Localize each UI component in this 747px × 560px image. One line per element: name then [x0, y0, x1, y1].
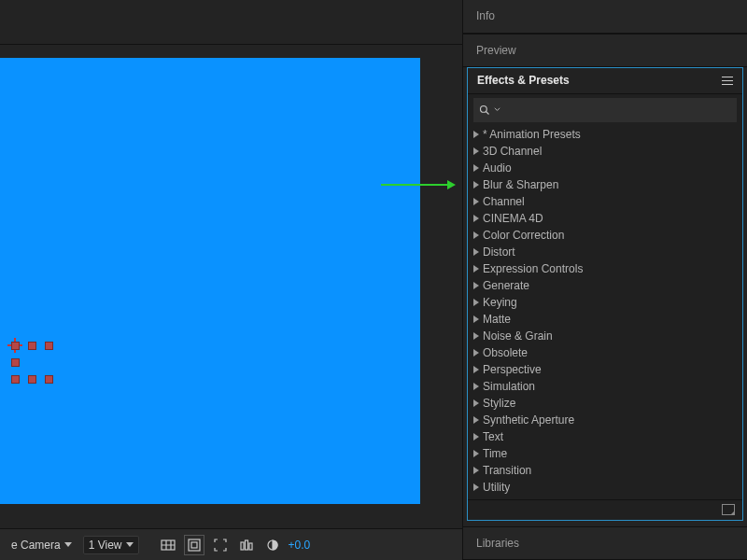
toggle-transparency-grid-icon[interactable] [158, 535, 178, 555]
exposure-value[interactable]: +0.0 [289, 539, 311, 552]
disclosure-triangle-icon [473, 282, 479, 289]
disclosure-triangle-icon [473, 215, 479, 222]
resize-handle-tr[interactable] [45, 342, 53, 350]
disclosure-triangle-icon [473, 450, 479, 457]
effects-category-item[interactable]: * Animation Presets [473, 126, 737, 143]
effects-category-item[interactable]: Obsolete [473, 344, 737, 361]
resize-handle-br[interactable] [45, 375, 53, 384]
effects-category-label: Matte [483, 313, 511, 326]
effects-category-label: Time [483, 447, 507, 460]
effects-category-label: Noise & Grain [483, 329, 553, 343]
resize-handle-bm[interactable] [28, 375, 36, 384]
effects-category-label: Blur & Sharpen [483, 178, 558, 191]
effects-category-item[interactable]: Synthetic Aperture [473, 412, 737, 428]
chevron-down-icon [64, 542, 72, 547]
disclosure-triangle-icon [473, 164, 479, 172]
effects-panel-footer [468, 499, 742, 520]
svg-rect-1 [189, 539, 200, 551]
effects-category-label: Audio [483, 161, 512, 175]
effects-category-label: Distort [483, 245, 515, 259]
composition-viewer[interactable] [0, 45, 462, 528]
panel-tab-label: Libraries [476, 537, 519, 550]
effects-category-label: 3D Channel [483, 145, 542, 158]
panel-tab-label: Preview [476, 44, 516, 57]
annotation-arrow [381, 179, 456, 190]
effects-search-input[interactable] [473, 98, 737, 122]
svg-rect-4 [245, 540, 247, 550]
disclosure-triangle-icon [473, 315, 479, 323]
effects-category-item[interactable]: Audio [473, 160, 737, 176]
disclosure-triangle-icon [473, 433, 479, 441]
effects-category-item[interactable]: Perspective [473, 361, 737, 378]
comp-canvas[interactable] [0, 58, 420, 504]
new-preset-icon[interactable] [722, 504, 735, 515]
effects-category-item[interactable]: CINEMA 4D [473, 210, 737, 227]
viewer-header-empty [0, 0, 462, 45]
effects-category-item[interactable]: Expression Controls [473, 260, 737, 277]
effects-category-label: CINEMA 4D [483, 212, 543, 225]
resize-handle-bl[interactable] [11, 375, 20, 384]
disclosure-triangle-icon [473, 383, 479, 390]
effects-category-item[interactable]: 3D Channel [473, 143, 737, 160]
panel-tab-preview[interactable]: Preview [463, 34, 747, 67]
effects-category-item[interactable]: Matte [473, 311, 737, 328]
disclosure-triangle-icon [473, 416, 479, 424]
panel-tab-info[interactable]: Info [463, 0, 747, 34]
effects-category-label: Channel [483, 195, 525, 208]
active-camera-label: e Camera [11, 539, 61, 552]
disclosure-triangle-icon [473, 349, 479, 357]
resize-handle-ml[interactable] [11, 358, 20, 367]
effects-category-item[interactable]: Generate [473, 277, 737, 294]
effects-category-label: Expression Controls [483, 262, 583, 275]
disclosure-triangle-icon [473, 467, 479, 474]
svg-rect-2 [191, 542, 197, 548]
effects-presets-panel: Effects & Presets * Animation Presets3D … [467, 67, 743, 521]
effects-category-label: Color Correction [483, 229, 564, 242]
effects-category-item[interactable]: Utility [473, 479, 737, 496]
effects-category-item[interactable]: Simulation [473, 378, 737, 395]
viewer-column: e Camera 1 View +0.0 [0, 0, 462, 560]
selected-layer-handles[interactable] [11, 342, 54, 385]
view-count-dropdown[interactable]: 1 View [83, 536, 139, 554]
view-count-label: 1 View [89, 539, 122, 552]
svg-rect-5 [249, 543, 252, 550]
effects-category-label: Synthetic Aperture [483, 413, 574, 427]
panel-header-effects[interactable]: Effects & Presets [468, 68, 742, 94]
effects-category-label: Text [483, 430, 503, 443]
region-of-interest-icon[interactable] [210, 535, 231, 555]
effects-category-item[interactable]: Noise & Grain [473, 328, 737, 344]
effects-category-item[interactable]: Keying [473, 294, 737, 311]
effects-category-item[interactable]: Blur & Sharpen [473, 176, 737, 193]
effects-category-item[interactable]: Color Correction [473, 227, 737, 244]
effects-category-item[interactable]: Transition [473, 462, 737, 479]
effects-category-label: Simulation [483, 380, 535, 393]
disclosure-triangle-icon [473, 147, 479, 155]
effects-category-item[interactable]: Channel [473, 193, 737, 210]
disclosure-triangle-icon [473, 231, 479, 239]
resize-handle-tl[interactable] [11, 342, 20, 350]
effects-category-label: Keying [483, 296, 517, 309]
disclosure-triangle-icon [473, 366, 479, 373]
effects-category-item[interactable]: Text [473, 428, 737, 445]
active-camera-dropdown[interactable]: e Camera [6, 536, 78, 554]
svg-rect-3 [241, 542, 244, 550]
disclosure-triangle-icon [473, 332, 479, 340]
toggle-mask-visibility-icon[interactable] [184, 535, 204, 555]
effects-category-label: Generate [483, 279, 529, 292]
panel-title: Effects & Presets [477, 74, 570, 87]
effects-category-item[interactable]: Distort [473, 244, 737, 260]
reset-exposure-icon[interactable] [262, 535, 283, 555]
disclosure-triangle-icon [473, 299, 479, 306]
channel-view-icon[interactable] [236, 535, 257, 555]
effects-category-label: Obsolete [483, 346, 528, 359]
effects-category-item[interactable]: Stylize [473, 395, 737, 412]
panel-menu-icon[interactable] [722, 77, 733, 85]
panel-tab-libraries[interactable]: Libraries [463, 526, 747, 560]
disclosure-triangle-icon [473, 248, 479, 256]
disclosure-triangle-icon [473, 181, 479, 189]
disclosure-triangle-icon [473, 483, 479, 491]
resize-handle-tm[interactable] [28, 342, 36, 350]
effects-category-item[interactable]: Time [473, 445, 737, 462]
effects-category-list: * Animation Presets3D ChannelAudioBlur &… [468, 124, 742, 499]
disclosure-triangle-icon [473, 198, 479, 205]
